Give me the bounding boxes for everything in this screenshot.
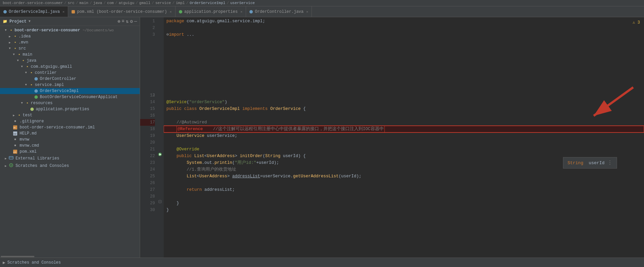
code-keyword: implements (242, 106, 268, 112)
code-keyword: public (166, 106, 182, 112)
sidebar-action-close[interactable]: — (134, 19, 137, 24)
code-indent (166, 146, 177, 153)
sidebar-title: Project (9, 19, 26, 24)
project-tree: ▼ ▪ boot-order-service-consumer ~/Docume… (0, 26, 140, 256)
breadcrumb-item[interactable]: atguigu (119, 1, 134, 5)
folder-icon: ▪ (21, 58, 26, 63)
folder-icon: ▪ (13, 40, 18, 45)
code-text: ) (225, 99, 227, 106)
tree-item-root[interactable]: ▼ ▪ boot-order-service-consumer ~/Docume… (0, 27, 140, 33)
tooltip-type: String (567, 160, 583, 166)
code-text: com.atguigu.gmall.service.impl; (184, 18, 265, 25)
breadcrumb-item[interactable]: java (93, 1, 102, 5)
tree-item-orderserviceimpl[interactable]: OrderServiceImpl (0, 88, 140, 94)
tab-label: pom.xml (boot-order-service-consumer) (77, 9, 167, 14)
code-text (268, 106, 270, 112)
tree-item-mvnw[interactable]: ■ mvnw (0, 137, 140, 143)
sidebar-action-locate[interactable]: ⊕ (117, 19, 120, 24)
tree-item-contrller[interactable]: ▼ ▪ contrller (0, 70, 140, 76)
tree-item-mvn[interactable]: ▶ ▪ .mvn (0, 39, 140, 46)
tree-item-java[interactable]: ▼ ▪ java (0, 58, 140, 64)
breadcrumb-item[interactable]: main (79, 1, 88, 5)
file-icon: ■ (13, 137, 18, 142)
code-text: < (205, 153, 207, 159)
code-indent (166, 186, 187, 193)
code-indent (166, 200, 177, 207)
sidebar-action-settings[interactable]: ⚙ (130, 19, 133, 24)
code-type: UserAddress (207, 153, 235, 159)
scratches-expand-icon[interactable]: ▶ (3, 260, 5, 265)
tab-close-button[interactable]: ✕ (170, 10, 172, 14)
tree-item-package[interactable]: ▼ ▪ com.atguigu.gmall (0, 64, 140, 70)
code-text (197, 106, 199, 112)
folder-icon: ▪ (25, 101, 30, 106)
fold-marker[interactable]: ⊖ (166, 31, 169, 38)
tree-item-iml[interactable]: m boot-order-service-consumer.iml (0, 124, 140, 130)
tab-application-properties[interactable]: application.properties ✕ (176, 6, 246, 17)
code-text: ; (235, 132, 238, 139)
tree-item-label: OrderController (40, 77, 76, 81)
breadcrumb-current[interactable]: OrderServiceImpl (190, 1, 225, 5)
breadcrumb-member[interactable]: userService (230, 1, 255, 5)
tree-item-appprops[interactable]: application.properties (0, 106, 140, 112)
tab-close-button[interactable]: ✕ (306, 10, 308, 14)
tree-item-src[interactable]: ▼ ▪ src (0, 46, 140, 52)
breadcrumb-item[interactable]: gmall (139, 1, 151, 5)
sidebar-scrollbar-thumb[interactable] (1, 256, 34, 257)
code-gap (164, 38, 644, 92)
code-line-2 (164, 25, 644, 31)
code-indent (166, 173, 187, 180)
tab-orderserviceimpl[interactable]: OrderServiceImpl.java ✕ (0, 6, 68, 17)
code-type: UserAddress (199, 173, 227, 180)
tree-item-resources[interactable]: ▼ ▪ resources (0, 100, 140, 106)
code-text: ... (184, 31, 194, 38)
code-line-18: UserService userService ; (164, 132, 644, 139)
code-text (192, 153, 194, 159)
code-editor: 1 2 3 12 13 14 15 16 17 18 19 20 21 22 2… (140, 17, 644, 258)
tree-item-label: Scratches and Consoles (16, 164, 69, 168)
breadcrumb-item[interactable]: service (155, 1, 171, 5)
tree-item-gitignore[interactable]: ■ .gitignore (0, 118, 140, 124)
code-content: 1 2 3 12 13 14 15 16 17 18 19 20 21 22 2… (140, 17, 644, 258)
sidebar-action-sort[interactable]: ⇅ (126, 19, 129, 24)
tooltip-popup: String userId ⋮ (563, 157, 617, 169)
file-icon: ■ (13, 143, 18, 148)
code-var: userService (207, 132, 235, 139)
breadcrumb-item[interactable]: com (107, 1, 114, 5)
tab-pomxml[interactable]: pom.xml (boot-order-service-consumer) ✕ (68, 6, 175, 17)
tree-item-idea[interactable]: ▶ ▪ .idea (0, 33, 140, 39)
gutter-run-icon[interactable] (158, 152, 162, 157)
tab-close-button[interactable]: ✕ (62, 10, 64, 14)
code-line-14: public class OrderServiceImpl implements… (164, 106, 644, 112)
tree-item-helpmd[interactable]: md HELP.md (0, 130, 140, 137)
tree-item-ordercontroller[interactable]: OrderController (0, 76, 140, 82)
breadcrumb-item[interactable]: impl (176, 1, 185, 5)
tree-item-label: .mvn (19, 40, 28, 45)
tree-item-mvnwcmd[interactable]: ■ mvnw.cmd (0, 143, 140, 149)
tree-item-label: pom.xml (20, 149, 36, 154)
breadcrumb-item[interactable]: src (68, 1, 75, 5)
code-lines[interactable]: package com.atguigu.gmall.service.impl; … (164, 17, 644, 258)
sidebar-action-collapse[interactable]: ≡ (122, 19, 124, 24)
scratches-label[interactable]: Scratches and Consoles (7, 260, 61, 265)
tree-item-test[interactable]: ▶ ▪ test (0, 112, 140, 118)
breadcrumb-item[interactable]: boot-order-service-consumer (3, 1, 63, 5)
tree-item-bootapp[interactable]: BootOrderServiceConsumerApplicat (0, 94, 140, 100)
tab-ordercontroller[interactable]: OrderController.java ✕ (246, 6, 312, 17)
tree-item-serviceimpl[interactable]: ▼ ▪ service.impl (0, 82, 140, 88)
tree-item-main[interactable]: ▼ ▪ main (0, 52, 140, 58)
sidebar-dropdown-icon[interactable]: ▼ (28, 20, 30, 23)
tooltip-more-icon[interactable]: ⋮ (607, 159, 613, 166)
tree-item-external-libraries[interactable]: ▶ External Libraries (0, 155, 140, 162)
tree-item-pomxml[interactable]: xml pom.xml (0, 149, 140, 155)
tree-item-label: test (23, 113, 32, 118)
xml-icon: xml (13, 149, 18, 154)
warning-badge: ⚠ 3 (633, 20, 640, 25)
tree-arrow: ▶ (8, 34, 12, 38)
tab-close-button[interactable]: ✕ (240, 10, 242, 14)
tree-no-arrow (29, 95, 33, 99)
gutter-fold-icon[interactable] (158, 199, 162, 204)
tree-item-scratches[interactable]: ▶ Scratches and Consoles (0, 162, 140, 170)
code-text: } (177, 200, 179, 207)
code-line-3: ⊖ import ... (164, 31, 644, 38)
